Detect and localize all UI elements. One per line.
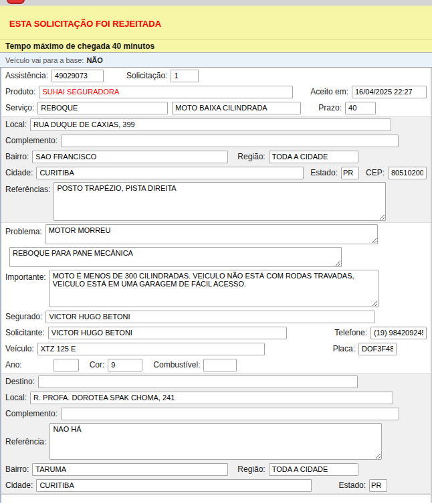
destino-input[interactable] xyxy=(38,375,358,388)
destino-referencia-textarea[interactable]: NAO HÁ xyxy=(49,423,382,460)
destino-local-label: Local: xyxy=(5,393,27,402)
ano-input[interactable] xyxy=(53,359,79,371)
origin-address-section: Local: Complemento: Bairro: Região: Cida… xyxy=(1,116,431,223)
bairro-label: Bairro: xyxy=(5,152,29,161)
destino-regiao-input[interactable] xyxy=(269,463,358,476)
rejected-banner: ESTA SOLICITAÇÃO FOI REJEITADA xyxy=(0,5,432,39)
destino-cidade-input[interactable] xyxy=(36,479,312,492)
veiculo-input[interactable] xyxy=(37,343,265,355)
destination-complement-row: Complemento: xyxy=(1,406,431,422)
requester-row: Solicitante: Telefone: xyxy=(1,325,431,341)
origin-complement-row: Complemento: xyxy=(1,133,431,149)
arrival-time-text: Tempo máximo de chegada 40 minutos xyxy=(5,41,154,51)
solicitacao-label: Solicitação: xyxy=(126,71,167,80)
destino-regiao-label: Região: xyxy=(237,465,265,474)
vehicle-row: Veículo: Placa: xyxy=(1,341,431,357)
aceito-em-input[interactable] xyxy=(352,86,427,98)
assistencia-input[interactable] xyxy=(51,70,104,82)
problema-textarea[interactable]: MOTOR MORREU xyxy=(45,224,378,244)
destination-reference-row: Referência: NAO HÁ xyxy=(1,422,431,461)
destino-bairro-label: Bairro: xyxy=(5,465,29,474)
destination-neighborhood-row: Bairro: Região: xyxy=(1,461,431,477)
destino-label: Destino: xyxy=(5,377,35,386)
prazo-label: Prazo: xyxy=(318,103,342,112)
destino-local-input[interactable] xyxy=(30,392,393,404)
problem-extra-row: REBOQUE PARA PANE MECÂNICA xyxy=(1,246,431,268)
telefone-input[interactable] xyxy=(370,327,427,339)
solicitante-label: Solicitante: xyxy=(5,328,45,337)
estado-label: Estado: xyxy=(310,168,338,177)
assistencia-label: Assistência: xyxy=(5,71,48,80)
destino-referencia-label: Referência: xyxy=(5,437,46,446)
destino-cidade-label: Cidade: xyxy=(5,481,33,490)
servico-tipo-input[interactable] xyxy=(172,102,301,114)
produto-input[interactable] xyxy=(39,86,293,98)
cidade-label: Cidade: xyxy=(5,168,33,177)
destination-section: Destino: Local: Complemento: Referência:… xyxy=(1,373,431,494)
destino-complemento-label: Complemento: xyxy=(5,409,58,418)
vehicle-base-label: Veículo vai para a base: xyxy=(5,56,84,64)
assistance-row: Assistência: Solicitação: xyxy=(1,68,431,84)
top-cutoff-strip xyxy=(0,0,432,5)
importante-textarea[interactable]: MOTO É MENOS DE 300 CILINDRADAS. VEICULO… xyxy=(49,270,379,307)
insured-row: Segurado: xyxy=(1,309,431,325)
destino-complemento-input[interactable] xyxy=(61,408,399,420)
local-input[interactable] xyxy=(30,118,391,131)
arrival-time-banner: Tempo máximo de chegada 40 minutos xyxy=(0,39,432,53)
origin-references-row: Referências: POSTO TRAPÉZIO, PISTA DIREI… xyxy=(1,181,431,222)
request-form: Assistência: Solicitação: Produto: Aceit… xyxy=(0,68,432,503)
origin-neighborhood-row: Bairro: Região: xyxy=(1,149,431,165)
produto-label: Produto: xyxy=(5,87,35,96)
problema-label: Problema: xyxy=(5,224,42,236)
importante-label: Importante: xyxy=(5,270,46,282)
estado-input[interactable] xyxy=(341,167,359,179)
complemento-label: Complemento: xyxy=(5,136,58,145)
cidade-input[interactable] xyxy=(36,167,304,179)
referencias-label: Referências: xyxy=(5,182,50,194)
vehicle-base-strip: Veículo vai para a base: NÃO xyxy=(0,53,432,68)
placa-input[interactable] xyxy=(358,343,397,355)
origin-city-row: Cidade: Estado: CEP: xyxy=(1,165,431,181)
regiao-input[interactable] xyxy=(269,151,358,163)
destino-estado-label: Estado: xyxy=(338,481,366,490)
local-label: Local: xyxy=(5,120,27,129)
veiculo-label: Veículo: xyxy=(5,344,34,353)
servico-input[interactable] xyxy=(37,102,168,114)
year-color-fuel-row: Ano: Cor: Combustível: xyxy=(1,357,431,373)
cep-label: CEP: xyxy=(366,168,385,177)
destination-local-row: Local: xyxy=(1,390,431,406)
destino-bairro-input[interactable] xyxy=(32,463,228,476)
rejected-status-icon xyxy=(7,0,25,4)
prazo-input[interactable] xyxy=(345,102,376,114)
important-row: Importante: MOTO É MENOS DE 300 CILINDRA… xyxy=(1,268,431,309)
cep-input[interactable] xyxy=(388,167,427,179)
regiao-label: Região: xyxy=(237,152,265,161)
servico-label: Serviço: xyxy=(5,103,34,112)
aceito-em-label: Aceito em: xyxy=(310,87,348,96)
product-row: Produto: Aceito em: xyxy=(1,84,431,100)
placa-label: Placa: xyxy=(333,344,355,353)
cor-input[interactable] xyxy=(108,359,142,371)
cor-label: Cor: xyxy=(90,360,105,369)
segurado-label: Segurado: xyxy=(5,312,42,321)
complemento-input[interactable] xyxy=(61,135,399,147)
destino-estado-input[interactable] xyxy=(369,479,387,492)
bairro-input[interactable] xyxy=(32,151,228,163)
rejected-banner-text: ESTA SOLICITAÇÃO FOI REJEITADA xyxy=(9,19,161,29)
referencias-textarea[interactable]: POSTO TRAPÉZIO, PISTA DIREITA xyxy=(53,182,386,221)
problem-row: Problema: MOTOR MORREU xyxy=(1,223,431,246)
combustivel-input[interactable] xyxy=(203,359,237,371)
segurado-input[interactable] xyxy=(45,311,375,323)
vehicle-base-value: NÃO xyxy=(86,56,102,64)
telefone-label: Telefone: xyxy=(334,328,367,337)
combustivel-label: Combustível: xyxy=(153,360,200,369)
problema-extra-textarea[interactable]: REBOQUE PARA PANE MECÂNICA xyxy=(9,247,342,267)
destination-city-row: Cidade: Estado: xyxy=(1,477,431,493)
service-row: Serviço: Prazo: xyxy=(1,100,431,116)
bottom-cutoff-strip xyxy=(1,494,431,499)
solicitacao-input[interactable] xyxy=(171,70,199,82)
origin-local-row: Local: xyxy=(1,116,431,133)
ano-label: Ano: xyxy=(5,360,22,369)
solicitante-input[interactable] xyxy=(48,327,287,339)
destination-row: Destino: xyxy=(1,373,431,390)
